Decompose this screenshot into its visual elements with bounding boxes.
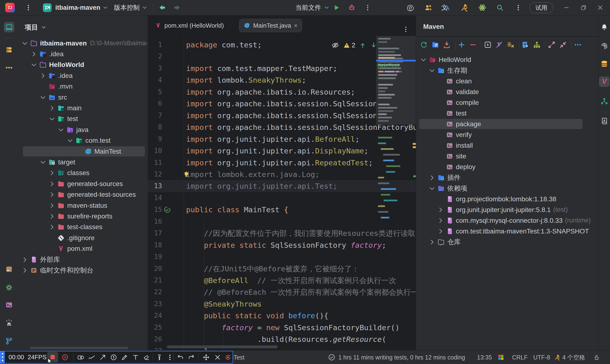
highlighting-level-icon[interactable] [331,41,339,49]
recorder-drag-handle[interactable] [0,351,5,363]
close-tab-icon[interactable]: × [294,22,297,29]
maven-toolbar-collapse-all-icon[interactable] [559,41,567,49]
chevron-right-icon[interactable] [429,174,435,181]
project-item-test-classes[interactable]: test-classes [18,222,148,233]
maven-item-compile[interactable]: compile [416,97,598,108]
recorder-arrow-button[interactable] [99,351,106,363]
warning-stripe-mark[interactable] [413,143,416,145]
run-more-kebab-icon[interactable] [364,0,371,15]
warning-count[interactable]: 2 [343,42,355,49]
project-panel-header[interactable]: 项目 [25,23,47,32]
atom-icon[interactable] [478,0,487,15]
project-item-java[interactable]: java [18,124,148,135]
recorder-redo-button[interactable] [188,351,195,363]
prev-problem-icon[interactable] [359,42,366,49]
maven-toolbar-show-dependencies-icon[interactable] [521,41,530,49]
recorder-eraser-button[interactable] [143,351,150,363]
run-button[interactable] [333,0,340,15]
database-tool-window-button[interactable] [600,60,608,68]
close-button[interactable] [597,0,604,15]
status-clock[interactable]: 13:35 [477,351,492,364]
chevron-down-icon[interactable] [21,40,28,47]
gradle-share-tool-window-button[interactable] [600,97,608,105]
project-item-.mvn[interactable]: .mvn [18,81,148,92]
minimap-popup[interactable]: MainTest [376,36,416,125]
maven-item-validate[interactable]: validate [416,87,598,97]
maven-toolbar-add-icon[interactable] [457,41,466,49]
chevron-down-icon[interactable] [429,185,435,192]
maven-item-test[interactable]: test [416,108,598,119]
chevron-right-icon[interactable] [49,202,55,209]
recorder-shapes-button[interactable] [77,351,84,363]
chevron-right-icon[interactable] [21,267,28,274]
maven-toolbar-expand-all-icon[interactable] [547,41,556,49]
test-passed-icon[interactable] [163,206,171,213]
recorder-pencil-button[interactable] [121,351,128,363]
project-item-itbaima-maven[interactable]: itbaima-mavenD:\0-Maven\itbaima-maven [18,38,148,49]
intention-bulb-icon[interactable] [182,170,190,178]
recorder-number-button[interactable] [110,351,117,363]
editor-kebab-icon[interactable] [402,26,409,34]
project-item-src[interactable]: src [18,92,148,103]
trial-badge[interactable]: 试用 [530,0,553,15]
maven-toolbar-dependency-analyzer-icon[interactable] [533,41,541,49]
chevron-right-icon[interactable] [49,213,55,220]
maven-item-生存期[interactable]: 生存期 [416,65,598,76]
encoding-widget[interactable]: UTF-8 [533,351,550,364]
run-configuration-selector[interactable]: 当前文件 [296,0,330,15]
services-tool-window-button[interactable] [5,284,13,292]
chevron-right-icon[interactable] [30,51,37,57]
problems-tool-window-button[interactable] [5,319,13,327]
recorder-text-button[interactable] [132,351,139,363]
project-item-.idea[interactable]: .idea [18,70,148,81]
debug-button[interactable] [348,0,355,15]
maven-item-org.projectlombok-lombok-1.18.38[interactable]: org.projectlombok:lombok:1.18.38 [416,194,598,204]
maven-toolbar-sync-folder-icon[interactable] [431,41,439,49]
maven-item-deploy[interactable]: deploy [416,161,598,172]
chevron-right-icon[interactable] [39,72,46,79]
windows-logo-icon[interactable] [497,351,504,364]
maven-toolbar-reimport-icon[interactable] [420,41,428,49]
chevron-down-icon[interactable] [30,62,37,68]
warning-stripe-mark[interactable] [413,146,416,148]
project-item-main[interactable]: main [18,103,148,113]
maven-toolbar-more-icon[interactable] [574,41,582,49]
editor-area[interactable]: pom.xml (HelloWorld) MainTest.java × 1pa… [148,15,416,350]
git-tool-window-button[interactable] [5,337,13,345]
horizontal-scrollbar[interactable] [30,347,128,349]
ai-assistant-button[interactable] [600,41,608,50]
maven-item-依赖项[interactable]: 依赖项 [416,183,598,194]
line-ending-widget[interactable]: CRLF [512,351,528,364]
tab-pom-xml[interactable]: pom.xml (HelloWorld) [151,19,228,32]
chevron-right-icon[interactable] [21,256,28,263]
ai-spiral-icon[interactable] [406,0,415,15]
chevron-right-icon[interactable] [429,239,435,245]
chevron-right-icon[interactable] [49,181,55,187]
horizontal-scrollbar[interactable] [167,345,278,348]
project-item-helloworld[interactable]: HelloWorld [18,60,148,70]
maven-item-helloworld[interactable]: HelloWorld [416,54,598,65]
project-item-surefire-reports[interactable]: surefire-reports [18,211,148,221]
maven-item-verify[interactable]: verify [416,129,598,140]
maven-item-插件[interactable]: 插件 [416,172,598,183]
maven-toolbar-skip-tests-icon[interactable] [495,41,503,49]
recorder-close-button[interactable] [214,351,221,363]
maven-toolbar-download-sources-icon[interactable] [443,41,451,49]
recorder-highlight-button[interactable] [156,351,163,363]
project-item-pom.xml[interactable]: pom.xml [18,244,148,254]
chevron-right-icon[interactable] [49,169,55,176]
maven-item-com.test-itbaima-maventest-1.3-snapshot[interactable]: com.test:itbaima-mavenTest:1.3-SNAPSHOT [416,226,598,236]
project-item-.gitignore[interactable]: .gitignore [18,233,148,243]
maven-toolbar-remove-icon[interactable] [469,41,477,49]
recorder-freehand-button[interactable] [88,351,95,363]
project-item-classes[interactable]: classes [18,168,148,178]
inspection-widget[interactable]: 2 [331,40,377,51]
chevron-right-icon[interactable] [49,191,55,198]
recorder-kebab-icon[interactable] [166,351,173,363]
time-tracking-widget[interactable]: 1 hrs 11 mins writing tests, 0 hrs 12 mi… [328,351,465,364]
dependencies-tool-window-button[interactable] [5,265,13,273]
chevron-right-icon[interactable] [437,228,444,235]
chevron-down-icon[interactable] [58,127,64,133]
minimize-button[interactable] [563,0,570,15]
project-tool-window-button[interactable] [5,23,13,31]
